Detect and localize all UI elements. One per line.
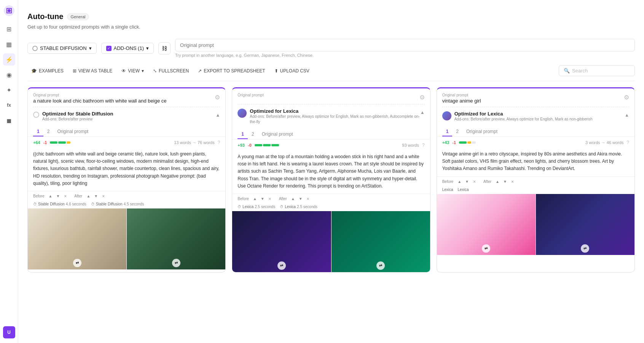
card-2-tab-original[interactable]: Original prompt [258,130,297,139]
before-up-2[interactable]: ▲ [252,196,258,201]
card-2-link-icon[interactable]: ⚙ [419,94,425,101]
card-1-optimizer-addons: Add-ons: Before/after preview [42,117,113,122]
chevron-down-icon: ▾ [89,45,92,51]
card-2-header: Original prompt ⚙ [232,88,430,104]
card-3-help-icon[interactable]: ? [626,140,629,145]
search-box[interactable]: 🔍 Search [559,65,635,76]
app-logo[interactable] [3,5,15,17]
before-down-3[interactable]: ▼ [464,179,470,184]
clock-icon-2: ⏱ [91,202,95,206]
card-3-chevron-up[interactable]: ▲ [625,112,629,118]
card-1-before-label: Before [33,194,44,198]
before-close-icon[interactable]: × [64,194,67,199]
card-3-tab-2[interactable]: 2 [452,127,462,136]
sidebar-badge-icon[interactable]: ◼ [3,114,15,127]
card-1-radio[interactable] [33,112,39,118]
card-3-before-label: Before [442,180,453,184]
upload-csv-button[interactable]: ⬆ UPLOAD CSV [271,66,313,76]
card-1-model-after: ⏱ Stable Diffusion 4.5 seconds [91,202,144,206]
stable-diffusion-dropdown[interactable]: STABLE DIFFUSION ▾ [27,43,97,54]
addons-dropdown[interactable]: ✓ ADD-ONS (1) ▾ [101,43,154,54]
card-3-stat-removed: -1 [452,140,456,145]
prompt-hint: Try prompt in another language, e.g. Ger… [175,53,635,58]
sidebar-database-icon[interactable]: ◉ [3,69,15,81]
card-2-swap-icon-right[interactable]: ⇄ [376,261,385,270]
card-3-stat-added: +43 [442,140,450,145]
after-close-icon[interactable]: × [102,194,105,199]
card-3-link-icon[interactable]: ⚙ [624,94,629,101]
card-2-tab-1[interactable]: 1 [238,130,248,139]
card-1-tab-2[interactable]: 2 [43,127,54,136]
seg3 [271,144,279,146]
card-1-after-ctrl: ▲ ▼ [85,194,99,199]
view-dropdown-button[interactable]: 👁 VIEW ▾ [118,66,148,76]
card-2-help-icon[interactable]: ? [422,143,425,148]
card-3-img-after: ⇄ [536,194,634,255]
card-1-header: Original prompt a nature look and chic b… [28,88,225,107]
card-2-optimizer-left: Optimized for Lexica Add-ons: Before/aft… [238,108,420,125]
original-prompt-input[interactable] [175,39,635,51]
card-3-avatar [442,111,451,120]
after-down-3[interactable]: ▼ [502,179,508,184]
after-close-2[interactable]: × [307,196,309,202]
card-3-before-controls: Before ▲ ▼ × After ▲ ▼ × [437,176,634,187]
card-3: Original prompt vintage anime girl ⚙ Opt… [437,87,635,272]
before-up-3[interactable]: ▲ [456,179,462,184]
after-up-icon[interactable]: ▲ [85,194,91,199]
card-1-swap-icon-right[interactable]: ⇄ [172,259,180,267]
clock-icon-3: ⏱ [238,205,241,209]
card-1-help-icon[interactable]: ? [218,140,220,145]
user-avatar[interactable]: U [3,326,15,338]
card-2-tab-2[interactable]: 2 [248,130,258,139]
card-1-tab-1[interactable]: 1 [33,127,43,136]
card-2-prompt-text: A young man at the top of a mountain hol… [232,149,430,194]
after-up-3[interactable]: ▲ [494,179,501,184]
sidebar-fx-icon[interactable]: fx [3,99,15,111]
chain-icon[interactable]: ⛓ [158,42,171,54]
card-1-link-icon[interactable]: ⚙ [215,94,220,101]
card-3-tab-1[interactable]: 1 [442,127,453,136]
card-3-header: Original prompt vintage anime girl ⚙ [437,88,634,107]
card-1-img-after: ⇄ [127,208,225,269]
before-up-icon[interactable]: ▲ [47,194,53,199]
sidebar-grid-icon[interactable]: ⊞ [3,23,15,35]
card-3-swap-icon-right[interactable]: ⇄ [581,244,589,253]
after-down-2[interactable]: ▼ [298,196,304,201]
fullscreen-icon: ⤡ [153,68,157,74]
before-down-2[interactable]: ▼ [260,196,266,201]
card-3-tab-original[interactable]: Original prompt [462,127,501,136]
card-1-chevron-up[interactable]: ▲ [215,112,220,118]
fullscreen-label: FULLSCREEN [159,68,189,74]
page-subtitle: Get up to four optimized prompts with a … [27,24,635,30]
export-button[interactable]: ↗ EXPORT TO SPREADSHEET [194,66,269,76]
card-1: Original prompt a nature look and chic b… [27,87,226,272]
card-2-before-controls: Before ▲ ▼ × After ▲ ▼ × [232,194,430,204]
card-1-tab-original[interactable]: Original prompt [53,127,92,136]
view-as-table-button[interactable]: ⊞ VIEW AS TABLE [69,66,116,76]
seg1 [255,144,262,146]
sidebar-bolt-icon[interactable]: ⚡ [3,53,15,66]
seg1 [459,141,467,144]
card-2-chevron-up[interactable]: ▲ [420,110,425,115]
card-2-swap-icon[interactable]: ⇄ [277,261,286,270]
seg2 [467,141,471,144]
sidebar-webhook-icon[interactable]: ✦ [3,84,15,96]
card-1-original-text: a nature look and chic bathroom with whi… [33,98,167,104]
title-row: Auto-tune General [27,12,635,21]
before-close-3[interactable]: × [473,179,476,184]
seg3 [472,141,476,144]
card-1-optimizer-left: Optimized for Stable Diffusion Add-ons: … [33,111,113,122]
after-up-2[interactable]: ▲ [290,196,296,201]
after-down-icon[interactable]: ▼ [93,194,99,199]
card-3-swap-icon[interactable]: ⇄ [482,244,490,253]
examples-button[interactable]: 🎓 EXAMPLES [27,66,67,76]
card-1-img-before: ⇄ [28,208,126,269]
before-down-icon[interactable]: ▼ [55,194,61,199]
before-close-2[interactable]: × [269,196,271,202]
after-close-3[interactable]: × [511,179,514,184]
sidebar-layers-icon[interactable]: ▦ [3,38,15,50]
fullscreen-button[interactable]: ⤡ FULLSCREEN [149,66,193,76]
radio-icon [32,46,38,51]
card-1-swap-icon[interactable]: ⇄ [73,259,81,267]
card-2-model-after: ⏱ Lexica 2.5 seconds [280,205,317,209]
